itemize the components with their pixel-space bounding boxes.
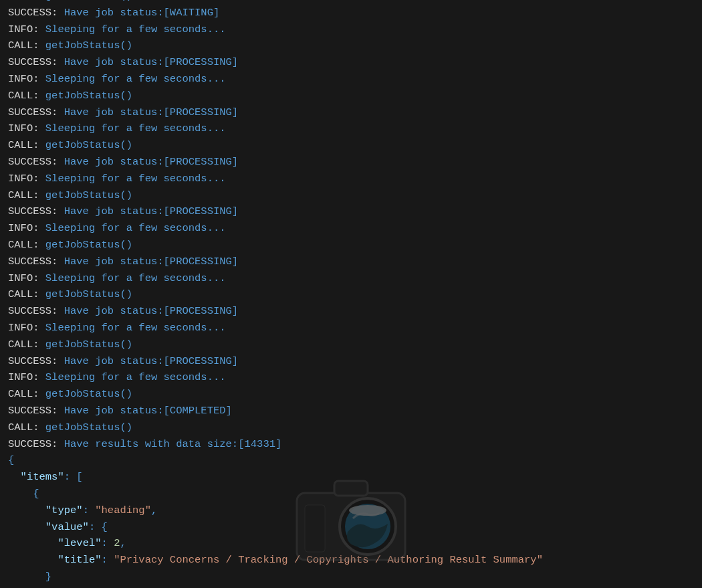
log-line: CALL: getJobStatus() xyxy=(8,386,702,403)
log-msg: Have results with data size: xyxy=(64,438,238,450)
json-key: "items" xyxy=(21,471,64,483)
log-msg: Sleeping for a few seconds... xyxy=(45,122,226,134)
log-label-success: SUCCESS: xyxy=(8,205,64,217)
log-line: CALL: getJobStatus() xyxy=(8,187,702,204)
log-label-success: SUCCESS: xyxy=(8,7,64,19)
log-line: SUCCESS: Have job status:[PROCESSING] xyxy=(8,203,702,220)
log-tag: [PROCESSING] xyxy=(164,355,239,367)
log-tag: [PROCESSING] xyxy=(164,156,239,168)
log-label-call: CALL: xyxy=(8,189,45,201)
log-line: INFO: Sleeping for a few seconds... xyxy=(8,171,702,187)
log-line: CALL: getJobStatus() xyxy=(8,37,702,54)
log-label-info: INFO: xyxy=(8,272,45,284)
log-label-success: SUCCESS: xyxy=(8,355,64,367)
log-label-success: SUCCESS: xyxy=(8,56,64,68)
json-indent xyxy=(8,471,21,483)
log-line: SUCCESS: Have job status:[PROCESSING] xyxy=(8,303,702,320)
json-punct: : xyxy=(83,504,96,516)
log-line: SUCCESS: Have job status:[PROCESSING] xyxy=(8,353,702,370)
log-line: INFO: Sleeping for a few seconds... xyxy=(8,21,702,38)
log-fn: getJobStatus() xyxy=(45,139,132,151)
log-label-call: CALL: xyxy=(8,239,45,251)
log-line: CALL: getJobStatus() xyxy=(8,336,702,353)
log-label-success: SUCCESS: xyxy=(8,438,64,450)
log-line: INFO: Sleeping for a few seconds... xyxy=(8,220,702,237)
json-string: "heading" xyxy=(95,504,151,516)
json-indent xyxy=(8,554,57,566)
log-label-success: SUCCESS: xyxy=(8,305,64,317)
log-line: SUCCESS: Have results with data size:[14… xyxy=(8,436,702,453)
log-label-call: CALL: xyxy=(8,90,45,102)
log-fn: getJobStatus() xyxy=(45,239,132,251)
log-line: INFO: Sleeping for a few seconds... xyxy=(8,120,702,137)
json-punct: , xyxy=(151,504,157,516)
log-tag: [PROCESSING] xyxy=(164,305,239,317)
log-msg: Have job status: xyxy=(64,405,164,417)
log-label-info: INFO: xyxy=(8,23,45,35)
log-label-info: INFO: xyxy=(8,371,45,383)
log-msg: Sleeping for a few seconds... xyxy=(45,322,226,334)
log-label-success: SUCCESS: xyxy=(8,256,64,268)
json-string: "Privacy Concerns / Tracking / Copyright… xyxy=(114,554,543,566)
log-tag: [14331] xyxy=(238,438,281,450)
log-msg: Sleeping for a few seconds... xyxy=(45,222,226,234)
log-line: "value": { xyxy=(8,519,702,536)
log-line: SUCCESS: Have job status:[PROCESSING] xyxy=(8,154,702,171)
log-line: SUCCESS: Have job status:[WAITING] xyxy=(8,5,702,21)
json-punct: { xyxy=(8,454,14,466)
json-punct: : xyxy=(102,537,114,549)
log-msg: Have job status: xyxy=(64,305,164,317)
log-line: "type": "heading", xyxy=(8,502,702,519)
log-label-info: INFO: xyxy=(8,322,45,334)
json-indent xyxy=(8,537,57,549)
log-label-call: CALL: xyxy=(8,421,45,433)
log-line: "items": [ xyxy=(8,469,702,486)
json-punct: : { xyxy=(89,521,108,533)
log-line: { xyxy=(8,452,702,469)
log-msg: Sleeping for a few seconds... xyxy=(45,73,226,85)
log-tag: [PROCESSING] xyxy=(164,56,239,68)
log-msg: Sleeping for a few seconds... xyxy=(45,23,226,35)
log-line: SUCCESS: Have job status:[PROCESSING] xyxy=(8,254,702,270)
log-fn: getJobStatus() xyxy=(45,388,132,400)
log-label-success: SUCCESS: xyxy=(8,405,64,417)
log-line: CALL: getJobStatus() xyxy=(8,0,702,5)
log-msg: Have job status: xyxy=(64,355,164,367)
json-punct: { xyxy=(8,488,39,500)
log-line: { xyxy=(8,486,702,502)
log-line: SUCCESS: Have job status:[COMPLETED] xyxy=(8,403,702,419)
log-tag: [PROCESSING] xyxy=(164,205,239,217)
log-msg: Have job status: xyxy=(64,106,164,118)
log-fn: getJobStatus() xyxy=(45,0,132,2)
log-label-call: CALL: xyxy=(8,338,45,351)
log-msg: Have job status: xyxy=(64,7,164,19)
log-tag: [PROCESSING] xyxy=(164,256,239,268)
log-msg: Have job status: xyxy=(64,156,164,168)
log-line: "level": 2, xyxy=(8,535,702,552)
json-punct: : [ xyxy=(64,471,83,483)
log-label-info: INFO: xyxy=(8,73,45,85)
json-indent xyxy=(8,521,45,533)
log-msg: Have job status: xyxy=(64,205,164,217)
log-msg: Have job status: xyxy=(64,256,164,268)
log-tag: [PROCESSING] xyxy=(164,106,239,118)
json-punct: , xyxy=(120,537,126,549)
log-fn: getJobStatus() xyxy=(45,189,132,201)
log-line: INFO: Sleeping for a few seconds... xyxy=(8,320,702,336)
log-msg: Sleeping for a few seconds... xyxy=(45,371,226,383)
json-key: "title" xyxy=(57,554,101,566)
log-line: INFO: Sleeping for a few seconds... xyxy=(8,270,702,287)
log-line: SUCCESS: Have job status:[PROCESSING] xyxy=(8,104,702,121)
log-line: CALL: getJobStatus() xyxy=(8,88,702,104)
log-fn: getJobStatus() xyxy=(45,90,132,102)
log-line: INFO: Sleeping for a few seconds... xyxy=(8,71,702,88)
log-label-success: SUCCESS: xyxy=(8,106,64,118)
log-label-info: INFO: xyxy=(8,173,45,185)
json-punct: } xyxy=(8,571,51,583)
log-line: INFO: Sleeping for a few seconds... xyxy=(8,369,702,386)
json-key: "level" xyxy=(57,537,101,549)
log-fn: getJobStatus() xyxy=(45,338,132,351)
log-fn: getJobStatus() xyxy=(45,288,132,300)
log-line: CALL: getJobStatus() xyxy=(8,137,702,154)
log-label-info: INFO: xyxy=(8,222,45,234)
